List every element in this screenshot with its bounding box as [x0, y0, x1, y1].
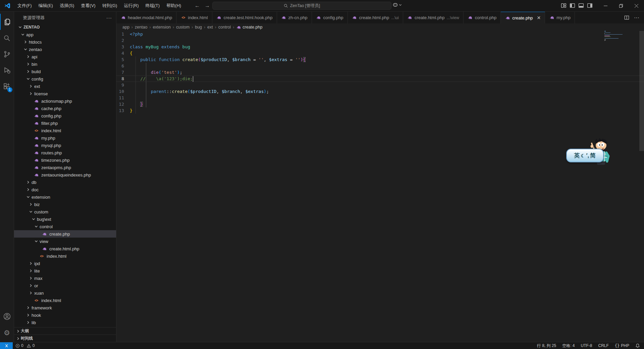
line-number[interactable]: 8 [116, 76, 130, 82]
tab-control.php[interactable]: control.php [464, 12, 501, 23]
line-number[interactable]: 11 [116, 95, 130, 101]
tree-item-license[interactable]: license [14, 90, 116, 97]
activity-item-explorer[interactable] [0, 14, 14, 30]
editor-scrollbar[interactable] [639, 31, 644, 151]
tree-item-db[interactable]: db [14, 179, 116, 186]
code-line-3[interactable]: 3class myBug extends bug [116, 44, 644, 50]
line-number[interactable]: 7 [116, 69, 130, 76]
tree-item-index.html[interactable]: <>index.html [14, 127, 116, 134]
line-number[interactable]: 5 [116, 56, 130, 63]
code-line-7[interactable]: 7 die('test'); [116, 69, 644, 76]
tab-index.html[interactable]: <>index.html [176, 12, 212, 23]
line-number[interactable]: 4 [116, 50, 130, 56]
remote-indicator[interactable] [0, 342, 13, 349]
tree-item-config[interactable]: config [14, 75, 116, 83]
tree-item-zentaopms.php[interactable]: zentaopms.php [14, 164, 116, 171]
menu-item-查[interactable]: 查看(V) [77, 0, 99, 11]
menu-item-文[interactable]: 文件(F) [14, 0, 35, 11]
forward-icon[interactable]: → [205, 3, 210, 9]
line-number[interactable]: 2 [116, 37, 130, 44]
minimize-button[interactable] [598, 0, 613, 11]
code-line-13[interactable]: 13} [116, 107, 644, 114]
activity-item-run-debug[interactable] [0, 62, 14, 78]
tab-create.test.html.hook.php[interactable]: create.test.html.hook.php [212, 12, 277, 23]
tree-item-hook[interactable]: hook [14, 311, 116, 319]
tree-item-actionsmap.php[interactable]: actionsmap.php [14, 97, 116, 105]
tree-item-filter.php[interactable]: filter.php [14, 119, 116, 127]
eol-sequence[interactable]: CRLF [598, 343, 609, 348]
tree-item-doc[interactable]: doc [14, 186, 116, 193]
split-editor-icon[interactable] [624, 15, 629, 20]
code-line-9[interactable]: 9 [116, 82, 644, 88]
copilot-menu[interactable] [392, 2, 402, 8]
code-line-6[interactable]: 6 [116, 63, 644, 69]
activity-item-source-control[interactable] [0, 46, 14, 62]
tree-item-api[interactable]: api [14, 53, 116, 60]
sidebar-more-actions-icon[interactable]: ··· [106, 15, 112, 20]
code-line-8[interactable]: 8 // \a('123');die; [116, 76, 644, 82]
line-number[interactable]: 1 [116, 31, 130, 37]
code-editor[interactable]: 1<?php23class myBug extends bug4{5 publi… [116, 31, 644, 342]
minimap[interactable] [604, 31, 639, 342]
tree-item-lite[interactable]: lite [14, 267, 116, 275]
menu-item-编[interactable]: 编辑(E) [35, 0, 56, 11]
tab-zh-cn.php[interactable]: zh-cn.php [277, 12, 312, 23]
language-mode[interactable]: {} PHP [615, 343, 629, 348]
breadcrumb-item[interactable]: custom [176, 25, 190, 30]
tree-item-control[interactable]: control [14, 223, 116, 230]
breadcrumb-item[interactable]: zentao [135, 25, 148, 30]
tab-create.html.php[interactable]: create.html.php...\ui [348, 12, 403, 23]
tab-config.php[interactable]: config.php [312, 12, 348, 23]
notifications-bell-icon[interactable] [635, 343, 640, 348]
breadcrumb-item[interactable]: extension [153, 25, 171, 30]
activity-item-search[interactable] [0, 30, 14, 46]
code-line-5[interactable]: 5 public function create($productID, $br… [116, 56, 644, 63]
indentation[interactable]: 空格: 4 [562, 343, 575, 349]
code-line-11[interactable]: 11 [116, 95, 644, 101]
problems-status[interactable]: 0 0 [15, 343, 35, 348]
line-number[interactable]: 9 [116, 82, 130, 88]
close-button[interactable] [629, 0, 644, 11]
tree-item-biz[interactable]: biz [14, 201, 116, 208]
line-number[interactable]: 10 [116, 88, 130, 95]
code-line-1[interactable]: 1<?php [116, 31, 644, 37]
tree-item-my.php[interactable]: my.php [14, 134, 116, 142]
menu-item-帮[interactable]: 帮助(H) [163, 0, 184, 11]
cursor-position[interactable]: 行 8, 列 25 [537, 343, 556, 349]
activity-item-settings[interactable]: ⚙ [0, 325, 14, 341]
panel-header-大纲[interactable]: 大纲 [14, 327, 116, 335]
tree-item-mysql.php[interactable]: mysql.php [14, 142, 116, 149]
tree-item-max[interactable]: max [14, 275, 116, 282]
code-line-2[interactable]: 2 [116, 37, 644, 44]
tree-item-ZENTAO[interactable]: ZENTAO [14, 23, 116, 31]
tree-item-custom[interactable]: custom [14, 208, 116, 215]
toggle-secondary-sidebar-icon[interactable] [587, 3, 593, 8]
restore-button[interactable] [613, 0, 629, 11]
ime-pill[interactable]: 英 ☾ ′, 简 [566, 149, 604, 162]
tab-my.php[interactable]: my.php [545, 12, 575, 23]
customize-layout-icon[interactable] [561, 3, 567, 8]
toggle-primary-sidebar-icon[interactable] [570, 3, 575, 8]
tab-close-icon[interactable]: ✕ [537, 15, 541, 20]
tree-item-htdocs[interactable]: htdocs [14, 38, 116, 46]
tree-item-create.html.php[interactable]: create.html.php [14, 245, 116, 252]
tree-item-xuan[interactable]: xuan [14, 289, 116, 297]
tree-item-ipd[interactable]: ipd [14, 260, 116, 267]
activity-item-extensions[interactable]: 1 [0, 78, 14, 94]
command-center[interactable]: ZenTao [管理员] [212, 2, 391, 10]
tree-item-bin[interactable]: bin [14, 60, 116, 68]
encoding[interactable]: UTF-8 [581, 343, 592, 348]
breadcrumb-item-file[interactable]: create.php [236, 25, 262, 30]
breadcrumb-item[interactable]: app [122, 25, 129, 30]
line-number[interactable]: 12 [116, 101, 130, 107]
activity-item-accounts[interactable] [0, 308, 14, 325]
tree-item-timezones.php[interactable]: timezones.php [14, 156, 116, 164]
tab-header.modal.html.php[interactable]: header.modal.html.php [116, 12, 176, 23]
tree-item-zentaouniqueindexes.php[interactable]: zentaouniqueindexes.php [14, 171, 116, 179]
tree-item-routes.php[interactable]: routes.php [14, 149, 116, 156]
panel-header-时间线[interactable]: 时间线 [14, 335, 116, 342]
breadcrumb-item[interactable]: bug [195, 25, 202, 30]
tree-item-index.html[interactable]: <>index.html [14, 297, 116, 304]
menu-item-转[interactable]: 转到(G) [99, 0, 121, 11]
toggle-panel-icon[interactable] [578, 3, 584, 8]
